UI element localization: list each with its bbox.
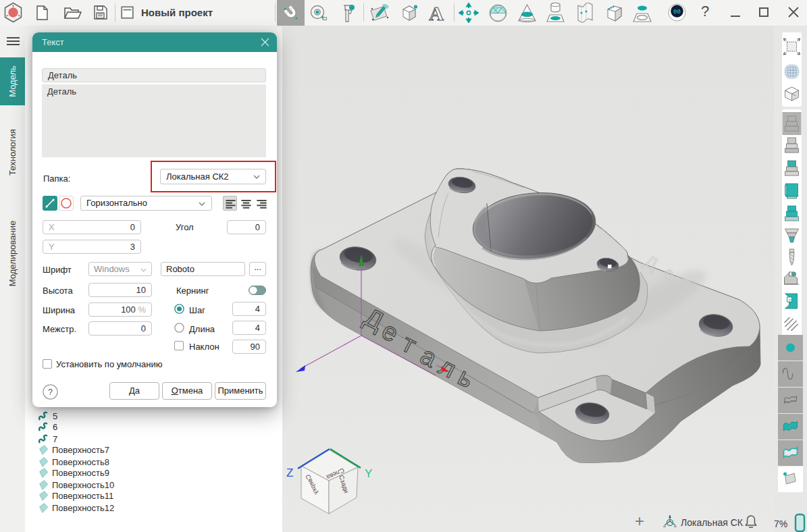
svg-text:00: 00 (673, 9, 681, 16)
svg-text:?: ? (48, 388, 53, 397)
svg-text:Z: Z (286, 467, 293, 479)
svg-text:7%: 7% (774, 518, 787, 529)
svg-text:A: A (429, 3, 444, 23)
svg-text:Y: Y (365, 467, 372, 480)
